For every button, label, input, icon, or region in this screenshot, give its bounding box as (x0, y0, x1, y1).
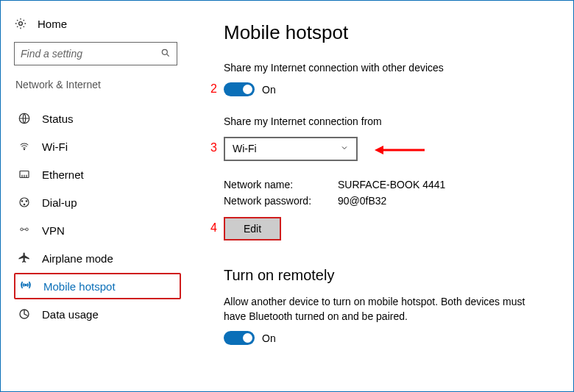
sidebar-item-label: Status (42, 113, 74, 125)
svg-point-10 (26, 228, 29, 231)
search-input[interactable] (14, 42, 177, 65)
sidebar-item-label: Airplane mode (42, 252, 113, 265)
sidebar-item-label: Wi-Fi (42, 140, 68, 153)
search-icon (160, 48, 171, 60)
sidebar-item-ethernet[interactable]: Ethernet (14, 161, 181, 188)
svg-point-1 (162, 49, 167, 54)
network-name-label: Network name: (224, 179, 338, 190)
sidebar-item-label: Mobile hotspot (43, 280, 116, 293)
network-password-label: Network password: (224, 195, 338, 207)
chevron-down-icon (340, 143, 349, 154)
sidebar-item-airplane[interactable]: Airplane mode (14, 245, 181, 271)
annotation-marker-3: 3 (210, 141, 217, 154)
gear-icon (14, 17, 27, 30)
svg-point-6 (21, 201, 23, 202)
vpn-icon (17, 225, 32, 235)
wifi-icon (17, 141, 32, 152)
annotation-marker-4: 4 (210, 221, 217, 235)
toggle-state: On (262, 84, 276, 96)
remote-title: Turn on remotely (224, 267, 551, 284)
data-usage-icon (17, 307, 32, 321)
sidebar-item-status[interactable]: Status (14, 105, 181, 132)
sidebar-item-data-usage[interactable]: Data usage (14, 301, 181, 327)
network-name-value: SURFACE-BOOK 4441 (338, 179, 551, 190)
sidebar-item-label: Dial-up (42, 196, 77, 209)
network-password-value: 90@0fB32 (338, 195, 551, 207)
remote-toggle[interactable]: On (224, 331, 276, 345)
sidebar-category: Network & Internet (14, 79, 181, 90)
airplane-icon (17, 252, 32, 265)
sidebar-item-label: Data usage (42, 308, 99, 321)
sidebar-item-wifi[interactable]: Wi-Fi (14, 133, 181, 160)
sidebar-item-label: Ethernet (42, 168, 84, 181)
remote-text: Allow another device to turn on mobile h… (224, 294, 533, 324)
page-title: Mobile hotspot (224, 21, 551, 44)
sidebar-item-vpn[interactable]: VPN (14, 217, 181, 243)
svg-point-3 (24, 149, 24, 150)
hotspot-icon (18, 279, 33, 293)
dropdown-value: Wi-Fi (233, 143, 257, 154)
dialup-icon (17, 196, 32, 209)
search-field[interactable] (21, 48, 153, 60)
svg-point-11 (25, 284, 26, 285)
svg-point-7 (26, 201, 27, 202)
sidebar-item-dialup[interactable]: Dial-up (14, 189, 181, 215)
sidebar-item-mobile-hotspot[interactable]: Mobile hotspot (14, 273, 181, 299)
share-from-label: Share my Internet connection from (224, 114, 533, 129)
annotation-marker-2: 2 (210, 82, 217, 96)
share-from-dropdown[interactable]: Wi-Fi (224, 137, 358, 161)
svg-marker-14 (375, 146, 383, 154)
toggle-state: On (262, 332, 276, 344)
home-label: Home (38, 18, 67, 30)
ethernet-icon (17, 168, 32, 181)
svg-point-0 (19, 22, 23, 26)
sidebar-item-label: VPN (42, 224, 65, 237)
share-toggle[interactable]: On (224, 82, 276, 96)
share-label: Share my Internet connection with other … (224, 60, 533, 75)
globe-icon (17, 112, 32, 125)
svg-point-9 (21, 228, 24, 231)
svg-point-8 (24, 204, 25, 205)
edit-button[interactable]: Edit (224, 217, 281, 240)
annotation-arrow (375, 143, 426, 157)
home-link[interactable]: Home (14, 17, 181, 30)
